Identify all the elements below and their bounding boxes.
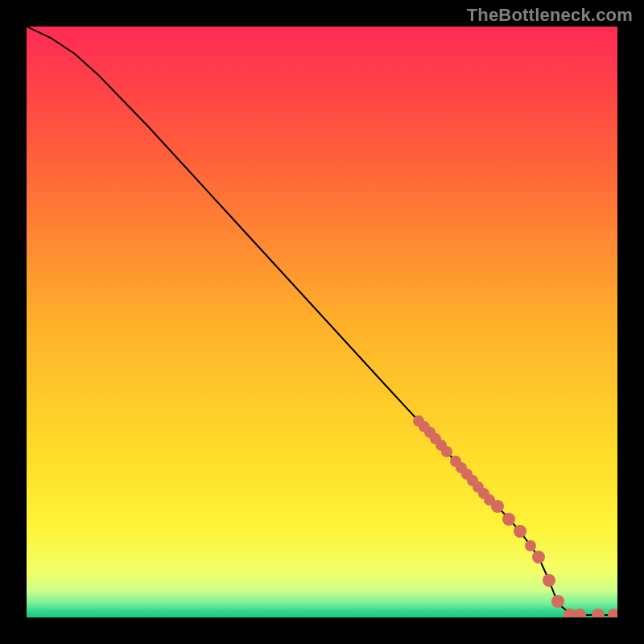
chart-stage: TheBottleneck.com: [0, 0, 644, 644]
data-dot: [543, 574, 555, 587]
data-dot: [551, 595, 564, 608]
data-dot: [441, 446, 452, 457]
plot-area: [27, 27, 617, 617]
data-dot: [514, 525, 526, 538]
data-dot: [491, 500, 504, 513]
watermark-text: TheBottleneck.com: [467, 5, 633, 26]
data-dot: [532, 551, 545, 564]
plot-svg: [27, 27, 617, 617]
gradient-background: [27, 27, 617, 617]
data-dot: [525, 540, 536, 551]
data-dot: [502, 513, 515, 526]
